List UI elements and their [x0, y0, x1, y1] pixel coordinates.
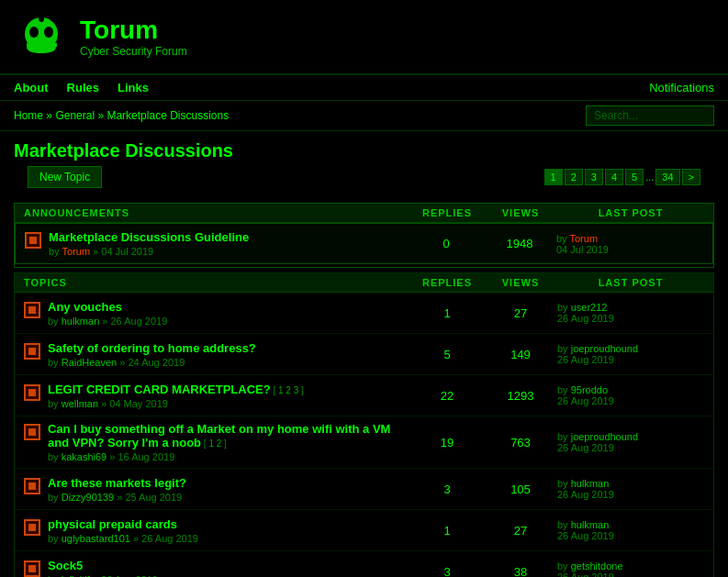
page-4[interactable]: 4: [605, 169, 623, 185]
notifications-link[interactable]: Notifications: [649, 81, 714, 94]
topic-page-link[interactable]: 2: [286, 385, 291, 395]
topic-details: LEGIT CREDIT CARD MARKETPLACE? [ 1 2 3 ]…: [48, 383, 410, 409]
search-input[interactable]: [586, 105, 714, 126]
topic-last-author[interactable]: joeproudhound: [571, 431, 638, 442]
topic-last-author[interactable]: hulkman: [571, 478, 610, 489]
topic-row: Sock5 by infinitif » 26 Aug 2019 3 38 by…: [15, 551, 713, 577]
topic-details: Any vouches by hulkman » 26 Aug 2019: [48, 300, 410, 327]
announcement-info: Marketplace Discussions Guideline by Tor…: [25, 230, 409, 257]
announcement-replies: 0: [409, 237, 483, 250]
announcement-title[interactable]: Marketplace Discussions Guideline: [49, 230, 409, 244]
topic-page-link[interactable]: 1: [208, 438, 214, 449]
nav-about[interactable]: About: [14, 81, 49, 94]
page-1[interactable]: 1: [544, 169, 563, 185]
topic-meta: by Dizzy90139 » 25 Aug 2019: [48, 492, 410, 503]
topic-author[interactable]: kakashi69: [62, 451, 107, 462]
topic-lastpost: by hulkman 26 Aug 2019: [557, 478, 704, 500]
page-3[interactable]: 3: [585, 169, 603, 185]
nav-rules[interactable]: Rules: [67, 81, 99, 94]
topic-page-link[interactable]: 3: [294, 385, 299, 395]
topic-meta: by RaidHeaven » 24 Aug 2019: [48, 357, 410, 368]
breadcrumb-home[interactable]: Home: [14, 109, 43, 122]
site-title: Torum: [80, 16, 187, 45]
topic-last-author[interactable]: getshitdone: [571, 560, 623, 571]
topic-info: Safety of ordering to home address? by R…: [24, 341, 410, 368]
topic-last-author[interactable]: hulkman: [571, 519, 610, 530]
topic-title[interactable]: Any vouches: [48, 300, 122, 314]
breadcrumb-current: Marketplace Discussions: [106, 109, 229, 122]
topic-author[interactable]: Dizzy90139: [62, 492, 114, 503]
topic-last-date: 26 Aug 2019: [557, 489, 704, 500]
topic-pages: [ 1 2 ]: [201, 438, 227, 449]
topic-last-date: 26 Aug 2019: [557, 313, 704, 324]
header: Torum Cyber Security Forum: [0, 0, 728, 74]
topic-author[interactable]: infinitif: [62, 574, 90, 578]
topic-row: Safety of ordering to home address? by R…: [15, 334, 713, 375]
topic-replies: 1: [410, 306, 484, 320]
announcement-row: Marketplace Discussions Guideline by Tor…: [15, 223, 713, 264]
page-next[interactable]: >: [682, 169, 700, 185]
topics-label: TOPICS: [24, 277, 410, 288]
topic-page-link[interactable]: 2: [217, 438, 222, 449]
announcement-author[interactable]: Torum: [62, 246, 90, 257]
topic-title[interactable]: physical prepaid cards: [48, 517, 177, 531]
topic-author[interactable]: uglybastard101: [62, 533, 130, 544]
page-34[interactable]: 34: [655, 169, 679, 185]
nav-links-link[interactable]: Links: [118, 81, 149, 94]
topics-header: TOPICS REPLIES VIEWS LAST POST: [15, 273, 713, 293]
nav-links: About Rules Links: [14, 81, 149, 94]
topics-list: Any vouches by hulkman » 26 Aug 2019 1 2…: [15, 293, 713, 577]
topic-last-date: 26 Aug 2019: [557, 395, 704, 406]
topic-title[interactable]: LEGIT CREDIT CARD MARKETPLACE?: [48, 383, 271, 396]
site-subtitle: Cyber Security Forum: [80, 45, 187, 58]
topic-meta: by uglybastard101 » 26 Aug 2019: [48, 533, 410, 544]
announcement-icon: [25, 232, 41, 249]
topic-row: LEGIT CREDIT CARD MARKETPLACE? [ 1 2 3 ]…: [15, 375, 713, 416]
announcements-views-col: VIEWS: [484, 207, 557, 218]
topic-author[interactable]: hulkman: [62, 316, 100, 327]
topic-views: 763: [484, 436, 557, 449]
pagination-top: 1 2 3 4 5 ... 34 >: [531, 169, 714, 193]
topic-lastpost: by joeproudhound 26 Aug 2019: [557, 431, 704, 453]
page-title-bar: Marketplace Discussions: [0, 131, 728, 166]
topic-last-date: 26 Aug 2019: [557, 354, 704, 365]
breadcrumb-general[interactable]: General: [55, 109, 95, 122]
topic-author[interactable]: wellman: [62, 398, 98, 409]
page-title: Marketplace Discussions: [14, 140, 233, 161]
topic-icon: [24, 424, 40, 440]
topic-meta: by hulkman » 26 Aug 2019: [48, 316, 410, 327]
topic-icon: [24, 343, 40, 360]
topic-title[interactable]: Safety of ordering to home address?: [48, 341, 256, 355]
site-branding: Torum Cyber Security Forum: [80, 16, 187, 58]
breadcrumb: Home » General » Marketplace Discussions: [14, 109, 229, 122]
topic-pages: [ 1 2 3 ]: [271, 385, 304, 395]
skull-icon: [14, 9, 69, 64]
topic-icon: [24, 478, 40, 494]
announcements-replies-col: REPLIES: [410, 207, 484, 218]
topic-details: physical prepaid cards by uglybastard101…: [48, 517, 410, 544]
topic-author[interactable]: RaidHeaven: [62, 357, 118, 368]
topic-lastpost: by user212 26 Aug 2019: [557, 302, 704, 324]
topic-info: LEGIT CREDIT CARD MARKETPLACE? [ 1 2 3 ]…: [24, 383, 410, 409]
topic-views: 27: [484, 524, 557, 538]
page-5[interactable]: 5: [625, 169, 644, 185]
announcements-lastpost-col: LAST POST: [557, 207, 704, 218]
svg-point-4: [39, 15, 44, 22]
topic-last-author[interactable]: 95roddo: [571, 384, 608, 395]
svg-rect-8: [27, 43, 57, 47]
page-2[interactable]: 2: [565, 169, 583, 185]
topic-row: Can I buy something off a Market on my h…: [15, 416, 713, 469]
topic-replies: 1: [410, 524, 484, 538]
topic-page-link[interactable]: 1: [278, 385, 284, 395]
topic-last-author[interactable]: joeproudhound: [571, 343, 638, 354]
topic-lastpost: by getshitdone 26 Aug 2019: [557, 560, 704, 577]
topic-title[interactable]: Are these markets legit?: [48, 476, 186, 490]
topic-row: physical prepaid cards by uglybastard101…: [15, 510, 713, 551]
topic-title[interactable]: Sock5: [48, 559, 83, 572]
announcement-last-author[interactable]: Torum: [569, 233, 598, 244]
new-topic-button[interactable]: New Topic: [28, 166, 102, 188]
topic-views: 27: [484, 306, 557, 320]
topic-last-author[interactable]: user212: [571, 302, 608, 313]
topic-replies: 3: [410, 483, 484, 496]
topic-views: 38: [484, 565, 557, 578]
